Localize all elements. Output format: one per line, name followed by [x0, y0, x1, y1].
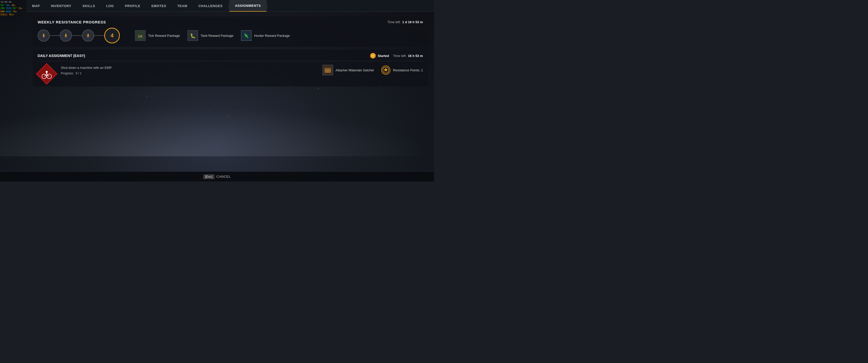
weekly-time-label: Time left:	[387, 20, 401, 24]
assignment-description: Shut down a machine with an EMP.	[61, 66, 307, 70]
status-started: Started	[378, 54, 389, 58]
daily-reward-rp: Resistance Points: 1	[381, 66, 423, 75]
hunter-reward-icon: 🦎	[241, 30, 252, 41]
cancel-text: [Esc] CANCEL	[204, 174, 231, 179]
weekly-title: Weekly Resistance Progress	[38, 20, 106, 24]
svg-text:🐛: 🐛	[190, 33, 196, 39]
nav-assignments[interactable]: ASSIGNMENTS	[229, 0, 267, 11]
satchel-name: Attacher Materials Satchel	[336, 68, 374, 72]
step-connector-2	[72, 35, 82, 36]
step-2: 🧍	[60, 30, 72, 42]
step-4-active: 4	[104, 28, 120, 43]
step-connector-3	[94, 35, 104, 36]
daily-time-value: 16 h 53 m	[408, 54, 423, 58]
step-current-number: 4	[111, 32, 114, 39]
hud-fps: 51° 34+ 48+	[0, 4, 23, 7]
svg-point-8	[46, 71, 48, 73]
weekly-time-value: 1 d 16 h 53 m	[402, 20, 423, 24]
daily-title: Daily Assignment (EASY)	[38, 54, 85, 58]
daily-time-label: Time left:	[393, 54, 406, 58]
tank-reward-name: Tank Reward Package	[200, 34, 234, 38]
weekly-header: Weekly Resistance Progress Time left: 1 …	[38, 20, 423, 24]
esc-key: [Esc]	[204, 174, 215, 179]
nav-inventory[interactable]: INVENTORY	[45, 0, 77, 11]
rp-name: Resistance Points: 1	[393, 68, 423, 72]
nav-skills[interactable]: SKILLS	[77, 0, 101, 11]
check-icon: ✓	[370, 53, 376, 59]
progress-row: 🧍 🧍 🧍 4	[38, 28, 423, 43]
hud-cpu-row: CPU 5523 52° 10+	[0, 7, 23, 10]
nav-log[interactable]: LOG	[101, 0, 119, 11]
nav-profile[interactable]: PROFILE	[119, 0, 146, 11]
assignment-progress: Progress: 0 / 1	[61, 72, 307, 75]
assignment-info: Shut down a machine with an EMP. Progres…	[61, 65, 307, 75]
daily-reward-satchel: Attacher Materials Satchel	[322, 65, 374, 75]
daily-status-row: ✓ Started Time left: 16 h 53 m	[370, 53, 423, 59]
weekly-time-left: Time left: 1 d 16 h 53 m	[387, 20, 423, 24]
svg-line-12	[48, 75, 49, 76]
rp-icon	[381, 66, 390, 75]
tick-reward-name: Tick Reward Package	[148, 34, 180, 38]
svg-text:🦗: 🦗	[137, 33, 143, 39]
svg-text:🦎: 🦎	[243, 33, 249, 39]
daily-content: Shut down a machine with an EMP. Progres…	[38, 65, 423, 83]
nav-emotes[interactable]: EMOTES	[146, 0, 172, 11]
hud-d3d-row: D3D11 70++	[0, 13, 23, 16]
svg-point-18	[327, 71, 328, 72]
weekly-resistance-section: Weekly Resistance Progress Time left: 1 …	[33, 16, 428, 47]
progress-value: 0 / 1	[76, 72, 82, 75]
assignment-icon-wrapper	[38, 65, 56, 83]
svg-line-11	[44, 75, 46, 76]
tick-reward-icon: 🦗	[135, 30, 146, 41]
nav-map[interactable]: MAP	[27, 0, 45, 11]
rewards-row: 🦗 Tick Reward Package 🐛 Tank Reward Pack…	[135, 30, 423, 41]
step-3: 🧍	[82, 30, 94, 42]
satchel-icon	[322, 65, 333, 75]
reward-tank: 🐛 Tank Reward Package	[187, 30, 234, 41]
step-1: 🧍	[38, 30, 50, 42]
nav-bar: MAP INVENTORY SKILLS LOG PROFILE EMOTES …	[27, 0, 434, 12]
step-1-icon: 🧍	[41, 33, 46, 38]
nav-team[interactable]: TEAM	[172, 0, 193, 11]
reward-hunter: 🦎 Hunter Reward Package	[241, 30, 290, 41]
step-2-icon: 🧍	[63, 33, 68, 38]
bottom-bar: [Esc] CANCEL	[0, 171, 434, 182]
nav-challenges[interactable]: CHALLENGES	[193, 0, 228, 11]
content-area: Weekly Resistance Progress Time left: 1 …	[27, 12, 434, 171]
cyclist-icon	[38, 65, 56, 83]
hunter-reward-name: Hunter Reward Package	[254, 34, 290, 38]
reward-tick: 🦗 Tick Reward Package	[135, 30, 180, 41]
progress-label: Progress:	[61, 72, 74, 75]
daily-rewards: Attacher Materials Satchel Resistance Po…	[322, 65, 423, 75]
step-3-icon: 🧍	[86, 33, 91, 38]
nav-divider-2	[267, 2, 267, 9]
cyclist-figure-svg	[41, 68, 52, 79]
hud-overlay: 14:06:44 51° 34+ 48+ CPU 5523 52° 10+ RA…	[0, 0, 23, 16]
hud-ram-row: RAM 9432 76+	[0, 10, 23, 13]
tank-reward-icon: 🐛	[187, 30, 198, 41]
nav-divider	[228, 2, 229, 9]
daily-time-left: Time left: 16 h 53 m	[393, 54, 423, 58]
daily-assignment-section: Daily Assignment (EASY) ✓ Started Time l…	[33, 50, 428, 87]
svg-marker-21	[383, 68, 388, 72]
cancel-label: CANCEL	[217, 175, 231, 178]
progress-steps: 🧍 🧍 🧍 4	[38, 28, 120, 43]
hud-time: 14:06:44	[0, 0, 23, 4]
started-badge: ✓ Started	[370, 53, 389, 59]
step-connector-1	[50, 35, 60, 36]
daily-header: Daily Assignment (EASY) ✓ Started Time l…	[38, 53, 423, 61]
